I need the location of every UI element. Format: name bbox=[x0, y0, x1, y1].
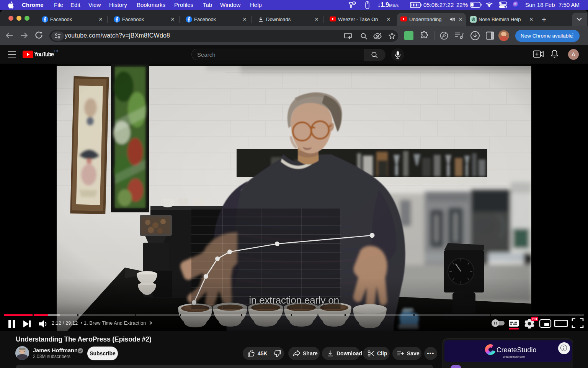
svg-text:HD: HD bbox=[532, 317, 537, 321]
